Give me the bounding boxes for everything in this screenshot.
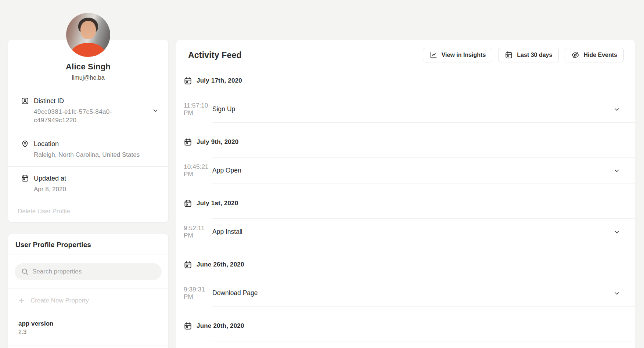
avatar xyxy=(66,13,110,57)
property-value: 2.3 xyxy=(18,329,158,336)
calendar-icon xyxy=(184,77,192,85)
date-label: July 1st, 2020 xyxy=(197,199,238,208)
date-label: July 17th, 2020 xyxy=(197,76,242,85)
profile-card: Alice Singh limuj@he.ba Distinct ID 49cc… xyxy=(8,40,168,222)
event-time: 11:57:10 PM xyxy=(184,102,212,117)
user-profile-page: Alice Singh limuj@he.ba Distinct ID 49cc… xyxy=(0,0,644,348)
activity-feed-header: Activity Feed View in Insights Last 30 d… xyxy=(176,40,635,70)
view-in-insights-button[interactable]: View in Insights xyxy=(423,48,493,62)
property-name: app version xyxy=(18,320,158,327)
field-label: Distinct ID xyxy=(34,97,130,105)
hide-events-button[interactable]: Hide Events xyxy=(565,48,624,62)
event-row[interactable]: 11:57:10 PM Sign Up xyxy=(184,96,635,123)
date-label: June 20th, 2020 xyxy=(197,322,244,330)
divider xyxy=(8,254,168,254)
divider xyxy=(212,218,635,245)
id-badge-icon xyxy=(21,97,29,105)
field-value: Raleigh, North Carolina, United States xyxy=(34,151,140,159)
chevron-down-icon[interactable] xyxy=(152,107,159,114)
event-name: App Install xyxy=(212,228,242,236)
chevron-down-icon[interactable] xyxy=(614,106,620,113)
field-updated-at: Updated at Apr 8, 2020 xyxy=(8,166,168,201)
calendar-icon xyxy=(505,51,513,59)
calendar-icon xyxy=(184,199,192,208)
date-header: July 1st, 2020 xyxy=(184,184,635,218)
date-header: July 9th, 2020 xyxy=(184,123,635,157)
event-row[interactable]: 10:45:21 PM App Open xyxy=(184,157,635,184)
date-header: July 17th, 2020 xyxy=(184,70,635,96)
hide-events-label: Hide Events xyxy=(583,52,617,58)
event-time: 10:45:21 PM xyxy=(184,163,212,178)
date-header: June 20th, 2020 xyxy=(184,307,635,341)
event-group: July 9th, 2020 10:45:21 PM App Open xyxy=(184,123,635,184)
calendar-icon xyxy=(184,261,192,269)
divider xyxy=(212,96,635,123)
date-header: June 26th, 2020 xyxy=(184,245,635,280)
event-time: 9:52:11 PM xyxy=(184,225,212,239)
field-text: Distinct ID 49cc0381-e1fc-57c5-84a0-c497… xyxy=(34,97,130,124)
location-pin-icon xyxy=(21,140,29,148)
event-group: July 1st, 2020 9:52:11 PM App Install xyxy=(184,184,635,245)
event-row[interactable]: 9:39:31 PM Download Page xyxy=(184,280,635,307)
create-new-property-button[interactable]: Create New Property xyxy=(8,289,168,313)
chevron-down-icon[interactable] xyxy=(614,290,620,297)
activity-feed-title: Activity Feed xyxy=(188,50,417,60)
event-group: June 26th, 2020 9:39:31 PM Download Page xyxy=(184,245,635,307)
event-group: July 17th, 2020 11:57:10 PM Sign Up xyxy=(184,70,635,123)
calendar-icon xyxy=(184,138,192,146)
divider xyxy=(8,345,168,345)
chevron-down-icon[interactable] xyxy=(614,167,620,174)
event-time: 9:39:31 PM xyxy=(184,286,212,301)
create-new-property-label: Create New Property xyxy=(30,297,89,304)
calendar-icon xyxy=(21,174,29,182)
field-text: Updated at Apr 8, 2020 xyxy=(34,174,66,193)
date-label: July 9th, 2020 xyxy=(197,138,238,146)
event-group: June 20th, 2020 xyxy=(184,307,635,348)
field-location: Location Raleigh, North Carolina, United… xyxy=(8,132,168,166)
divider xyxy=(212,280,635,307)
profile-email: limuj@he.ba xyxy=(15,74,161,81)
eye-off-icon xyxy=(571,51,579,59)
search-properties-input[interactable] xyxy=(15,263,162,280)
field-label: Location xyxy=(34,140,140,148)
last-30-days-button[interactable]: Last 30 days xyxy=(498,48,559,62)
date-label: June 26th, 2020 xyxy=(197,260,244,269)
activity-feed: July 17th, 2020 11:57:10 PM Sign Up xyxy=(176,70,635,348)
divider xyxy=(212,157,635,184)
view-in-insights-label: View in Insights xyxy=(442,52,486,58)
field-distinct-id: Distinct ID 49cc0381-e1fc-57c5-84a0-c497… xyxy=(8,89,168,132)
activity-feed-card: Activity Feed View in Insights Last 30 d… xyxy=(176,40,635,348)
event-name: Sign Up xyxy=(212,105,235,113)
field-text: Location Raleigh, North Carolina, United… xyxy=(34,140,140,159)
divider xyxy=(212,341,635,348)
search-properties xyxy=(15,263,162,280)
event-row xyxy=(184,341,635,348)
chevron-down-icon[interactable] xyxy=(614,229,620,235)
delete-user-profile-button[interactable]: Delete User Profile xyxy=(8,201,168,222)
calendar-icon xyxy=(184,322,192,330)
event-name: Download Page xyxy=(212,289,258,297)
property-item: app version 2.3 xyxy=(8,313,168,345)
event-name: App Open xyxy=(212,167,241,174)
field-value: 49cc0381-e1fc-57c5-84a0-c497949c1220 xyxy=(34,108,130,124)
line-chart-icon xyxy=(429,51,438,59)
event-row[interactable]: 9:52:11 PM App Install xyxy=(184,218,635,245)
search-icon xyxy=(21,268,29,276)
user-profile-properties-card: User Profile Properties Create New Prope… xyxy=(8,234,168,348)
profile-name: Alice Singh xyxy=(15,62,161,71)
last-30-days-label: Last 30 days xyxy=(517,52,552,58)
plus-icon xyxy=(18,297,25,304)
properties-title: User Profile Properties xyxy=(8,234,168,254)
field-label: Updated at xyxy=(34,174,66,182)
avatar-face xyxy=(80,21,96,39)
field-value: Apr 8, 2020 xyxy=(34,185,66,193)
